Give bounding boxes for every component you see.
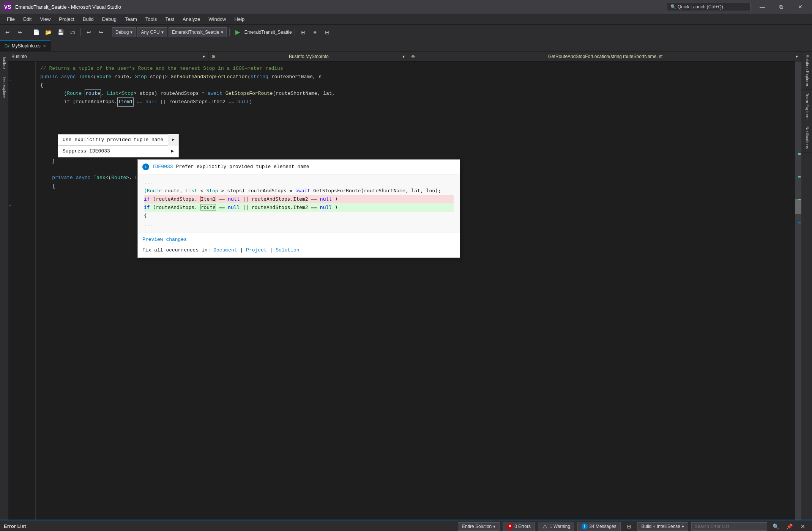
toolbar-sep-4 [229,28,230,36]
menu-file[interactable]: File [3,15,19,24]
lightbulb-main-label[interactable]: Use explicitly provided tuple name [58,136,168,144]
team-explorer-tab[interactable]: Team Explorer [801,90,812,123]
error-list-search[interactable] [691,522,767,531]
project-dropdown[interactable]: EmeraldTransit_Seattle ▾ [169,27,227,37]
quick-launch-box[interactable]: 🔍 Quick Launch (Ctrl+Q) [667,3,751,11]
editor-vertical-scrollbar[interactable] [795,61,801,520]
tab-icon: C# [5,44,9,48]
menu-test[interactable]: Test [161,15,178,24]
vs-logo-icon: VS [3,2,12,11]
window-title: EmeraldTransit_Seattle - Microsoft Visua… [15,4,664,10]
error-icon: ✕ [507,523,513,529]
scroll-marker-3 [798,199,801,200]
collapse-icon-1[interactable]: − [9,77,11,85]
platform-dropdown[interactable]: Any CPU ▾ [137,27,167,37]
error-search-button[interactable]: 🔍 [770,521,781,531]
toolbar-sep-2 [80,28,81,36]
code-area[interactable]: // Returns a tuple of the user's Route a… [36,61,795,520]
ide-ellipsis-2: ... [144,220,454,228]
tab-filename: MyStopInfo.cs [12,43,41,49]
collapse-icon-2[interactable]: − [9,202,11,210]
undo-button[interactable]: ↩ [84,27,94,38]
code-nav-header: BusInfo ▾ ⊕ BusInfo.MyStopInfo ▾ ⊕ GetRo… [8,52,801,61]
toolbar-extra-3[interactable]: ⊟ [322,27,333,38]
fix-project-link[interactable]: Project [246,247,267,253]
debug-config-dropdown[interactable]: Debug ▾ [112,27,136,37]
left-toolbox-strip: Toolbox Test Explorer [0,52,8,520]
restore-button[interactable]: ⧉ [773,0,790,14]
menu-help[interactable]: Help [231,15,249,24]
close-button[interactable]: ✕ [792,0,809,14]
scroll-marker-1 [798,153,801,155]
save-all-button[interactable]: 🗂 [67,27,78,38]
open-file-button[interactable]: 📂 [43,27,54,38]
member-nav-dropdown[interactable]: ⊕ BusInfo.MyStopInfo ▾ [208,52,408,61]
fix-document-link[interactable]: Document [213,247,237,253]
code-line-1: // Returns a tuple of the user's Route a… [40,64,791,73]
line-numbers [17,61,36,520]
filter-button[interactable]: ⊟ [624,521,634,531]
ide-popup-footer: Preview changes Fix all occurrences in: … [138,233,460,258]
scrollbar-thumb[interactable] [795,199,801,214]
bottom-panel: Error List Entire Solution ▾ ✕ 0 Errors … [0,520,812,531]
right-panels: Solution Explorer Team Explorer Notifica… [801,52,812,520]
menu-analyze[interactable]: Analyze [179,15,204,24]
scope-dropdown[interactable]: Entire Solution ▾ [458,522,500,531]
scroll-marker-4 [798,222,801,223]
run-button[interactable]: ▶ [232,27,243,38]
minimize-button[interactable]: — [754,0,771,14]
main-area: Toolbox Test Explorer BusInfo ▾ ⊕ BusInf… [0,52,812,520]
save-button[interactable]: 💾 [55,27,66,38]
toolbar-extra-2[interactable]: ≡ [310,27,320,38]
menu-build[interactable]: Build [79,15,98,24]
new-file-button[interactable]: 📄 [31,27,41,38]
window-controls: — ⧉ ✕ [754,0,809,14]
lightbulb-expand-arrow[interactable]: ▶ [168,134,178,146]
toolbar-sep-5 [295,28,295,36]
redo-button[interactable]: ↪ [96,27,106,38]
menu-view[interactable]: View [36,15,54,24]
menu-tools[interactable]: Tools [142,15,161,24]
toolbar: ↩ ↪ 📄 📂 💾 🗂 ↩ ↪ Debug ▾ Any CPU ▾ Emeral… [0,24,812,39]
toolbar-extra-1[interactable]: ⊞ [298,27,308,38]
back-button[interactable]: ↩ [2,27,13,38]
editor-tab-bar: C# MyStopInfo.cs ✕ [0,39,812,52]
title-bar: VS EmeraldTransit_Seattle - Microsoft Vi… [0,0,812,14]
class-nav-dropdown[interactable]: BusInfo ▾ [8,52,208,61]
editor-container: BusInfo ▾ ⊕ BusInfo.MyStopInfo ▾ ⊕ GetRo… [8,52,801,520]
info-icon: i [582,523,588,529]
lightbulb-suppress-item[interactable]: Suppress IDE0033 ▶ [58,146,179,157]
build-config-dropdown[interactable]: Build + IntelliSense ▾ [637,522,688,531]
pin-button[interactable]: 📌 [784,521,795,531]
ide-code-preview: ... (Route route, List < Stop > stops) r… [138,174,460,233]
menu-team[interactable]: Team [121,15,141,24]
toolbar-sep-3 [109,28,109,36]
search-icon: 🔍 [670,4,676,9]
menu-edit[interactable]: Edit [19,15,35,24]
fix-solution-link[interactable]: Solution [276,247,299,253]
menu-bar: File Edit View Project Build Debug Team … [0,14,812,24]
ide-popup-title: Prefer explicitly provided tuple element… [176,163,309,171]
method-nav-dropdown[interactable]: ⊕ GetRouteAndStopForLocation(string rout… [408,52,801,61]
editor-gutter: − − [8,61,17,520]
test-explorer-label[interactable]: Test Explorer [1,74,8,102]
quick-launch-placeholder: Quick Launch (Ctrl+Q) [678,4,723,9]
preview-changes-link[interactable]: Preview changes [142,237,187,242]
warnings-filter-button[interactable]: ⚠ 1 Warning [538,522,574,531]
forward-button[interactable]: ↪ [14,27,25,38]
menu-debug[interactable]: Debug [98,15,120,24]
tab-close-button[interactable]: ✕ [43,44,46,48]
toolbox-label[interactable]: Toolbox [1,53,8,72]
editor-tab-mystopinfo[interactable]: C# MyStopInfo.cs ✕ [0,40,51,51]
error-list-header: Error List Entire Solution ▾ ✕ 0 Errors … [0,520,812,531]
menu-window[interactable]: Window [205,15,230,24]
run-label: EmeraldTransit_Seattle [244,30,292,35]
close-panel-button[interactable]: ✕ [798,521,808,531]
ide-popup-code: IDE0033 [152,163,173,171]
messages-filter-button[interactable]: i 34 Messages [577,522,620,531]
solution-explorer-tab[interactable]: Solution Explorer [801,52,812,90]
menu-project[interactable]: Project [55,15,78,24]
errors-filter-button[interactable]: ✕ 0 Errors [503,522,535,531]
ide-code-brace: { [144,212,454,220]
notifications-tab[interactable]: Notifications [801,123,812,152]
